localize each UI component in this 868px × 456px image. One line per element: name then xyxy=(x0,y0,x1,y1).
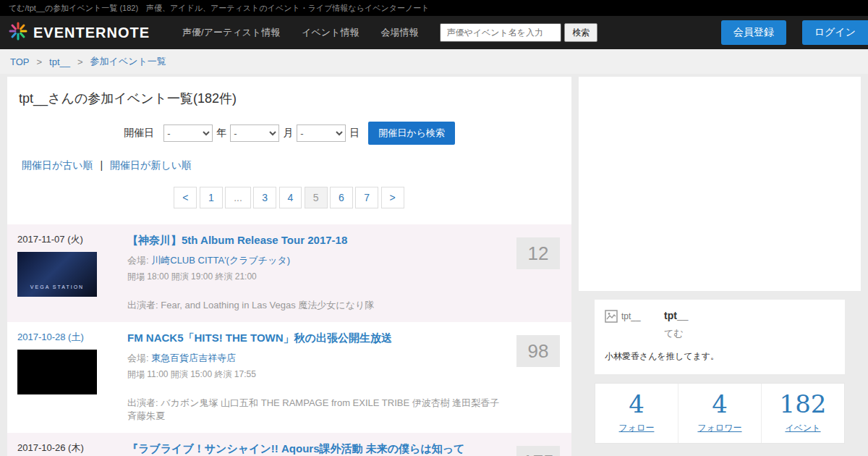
profile-stats: 4 フォロー 4 フォロワー 182 イベント xyxy=(595,383,845,444)
day-suffix: 日 xyxy=(349,127,359,140)
breadcrumb-top[interactable]: TOP xyxy=(10,56,30,67)
event-thumbnail[interactable] xyxy=(17,350,97,394)
date-search-button[interactable]: 開催日から検索 xyxy=(368,122,455,145)
date-filter-form: 開催日 - 年 - 月 - 日 開催日から検索 xyxy=(7,122,571,145)
nav-item-artists[interactable]: 声優/アーティスト情報 xyxy=(182,26,280,39)
year-select[interactable]: - xyxy=(163,124,213,142)
pagination-page-3[interactable]: 3 xyxy=(253,187,276,208)
stat-followers: 4 フォロワー xyxy=(678,384,761,443)
event-date: 2017-10-26 (木) xyxy=(17,442,119,455)
profile-username: tpt__ xyxy=(664,310,688,321)
search-input[interactable] xyxy=(440,23,561,42)
main-nav: 声優/アーティスト情報 イベント情報 会場情報 xyxy=(182,26,418,39)
attendee-count-badge: 98 xyxy=(516,335,560,367)
performers-links[interactable]: バカボン鬼塚 山口五和 THE RAMPAGE from EXILE TRIBE… xyxy=(127,397,499,421)
event-list-panel: tpt__さんの参加イベント一覧(182件) 開催日 - 年 - 月 - 日 開… xyxy=(7,77,571,456)
eventernote-logo-icon xyxy=(9,22,27,43)
logo-text: EVENTERNOTE xyxy=(33,25,150,41)
pagination-page-6[interactable]: 6 xyxy=(330,187,353,208)
login-button[interactable]: ログイン xyxy=(802,20,868,45)
day-select[interactable]: - xyxy=(297,124,346,142)
month-select[interactable]: - xyxy=(230,124,279,142)
event-date[interactable]: 2017-10-28 (土) xyxy=(17,331,119,344)
nav-item-events[interactable]: イベント情報 xyxy=(302,26,359,39)
pagination-prev[interactable]: < xyxy=(174,187,197,208)
event-title-link[interactable]: 『ラブライブ！サンシャイン!! Aqours課外活動 未来の僕らは知って xyxy=(127,442,508,456)
date-filter-label: 開催日 xyxy=(124,127,154,140)
breadcrumb-separator: > xyxy=(37,56,43,67)
sort-oldest-link[interactable]: 開催日が古い順 xyxy=(22,159,93,171)
pagination-page-5-current: 5 xyxy=(305,187,328,208)
breadcrumb-user[interactable]: tpt__ xyxy=(49,56,70,67)
venue-link[interactable]: 東急百貨店吉祥寺店 xyxy=(151,352,236,363)
stat-follow: 4 フォロー xyxy=(595,384,678,443)
stat-events: 182 イベント xyxy=(761,384,844,443)
pagination-ellipsis: ... xyxy=(225,187,251,208)
event-row: 2017-10-28 (土) FM NACK5「HITS! THE TOWN」秋… xyxy=(7,322,571,433)
breadcrumb-separator: > xyxy=(77,56,83,67)
event-times: 開場 18:00 開演 19:00 終演 21:00 xyxy=(127,271,508,283)
thumbnail-caption: VEGA STATION xyxy=(17,284,97,290)
pagination: < 1 ... 3 4 5 6 7 > xyxy=(7,187,571,208)
events-label-link[interactable]: イベント xyxy=(762,422,844,434)
follow-count: 4 xyxy=(595,389,678,419)
event-times: 開場 11:00 開演 15:00 終演 17:55 xyxy=(127,368,508,381)
event-title-link[interactable]: 【神奈川】5th Album Release Tour 2017-18 xyxy=(127,234,508,248)
event-row: 2017-10-26 (木) 『ラブライブ！サンシャイン!! Aqours課外活… xyxy=(7,433,571,456)
pagination-page-4[interactable]: 4 xyxy=(279,187,302,208)
profile-bio: 小林愛香さんを推してます。 xyxy=(605,350,835,363)
attendee-count-badge: 175 xyxy=(516,446,560,456)
page-title-bar: てむ/tpt__の参加イベント一覧 (182) 声優、アイドル、アーティストのイ… xyxy=(0,0,868,16)
sort-separator: | xyxy=(101,159,103,171)
pagination-page-7[interactable]: 7 xyxy=(355,187,378,208)
site-logo[interactable]: EVENTERNOTE xyxy=(9,22,150,43)
event-row: 2017-11-07 (火) VEGA STATION 【神奈川】5th Alb… xyxy=(7,224,571,322)
signup-button[interactable]: 会員登録 xyxy=(721,20,786,45)
nav-item-venues[interactable]: 会場情報 xyxy=(380,26,418,39)
breadcrumb-event-list[interactable]: 参加イベント一覧 xyxy=(90,55,166,68)
followers-label-link[interactable]: フォロワー xyxy=(678,422,761,434)
follow-label-link[interactable]: フォロー xyxy=(595,422,678,434)
site-header: EVENTERNOTE 声優/アーティスト情報 イベント情報 会場情報 検索 会… xyxy=(0,16,868,49)
page-title: tpt__さんの参加イベント一覧(182件) xyxy=(7,77,571,110)
avatar-alt-text: tpt__ xyxy=(621,311,641,321)
month-suffix: 月 xyxy=(283,127,293,140)
performers-label: 出演者: xyxy=(127,300,158,311)
pagination-page-1[interactable]: 1 xyxy=(200,187,223,208)
attendee-count-badge: 12 xyxy=(516,237,560,269)
sidebar: tpt__ tpt__ てむ 小林愛香さんを推してます。 4 フォロー 4 フォ… xyxy=(579,77,861,456)
pagination-next[interactable]: > xyxy=(381,187,404,208)
event-title-link[interactable]: FM NACK5「HITS! THE TOWN」秋の出張公開生放送 xyxy=(127,332,508,345)
ad-placeholder xyxy=(579,77,861,291)
search-button[interactable]: 検索 xyxy=(564,23,597,42)
profile-card: tpt__ tpt__ てむ 小林愛香さんを推してます。 xyxy=(595,300,845,374)
avatar-broken-image: tpt__ xyxy=(605,310,657,323)
sort-links: 開催日が古い順 | 開催日が新しい順 xyxy=(22,159,571,172)
sort-newest-link[interactable]: 開催日が新しい順 xyxy=(110,159,192,171)
venue-link[interactable]: 川崎CLUB CITTA'(クラブチッタ) xyxy=(151,255,290,266)
header-search: 検索 xyxy=(440,23,597,42)
auth-buttons: 会員登録 ログイン xyxy=(721,20,868,45)
breadcrumb: TOP > tpt__ > 参加イベント一覧 xyxy=(0,49,868,74)
performers-links[interactable]: Fear, and Loathing in Las Vegas 魔法少女になり隊 xyxy=(161,300,374,311)
profile-nickname: てむ xyxy=(664,327,688,340)
events-count: 182 xyxy=(762,389,844,419)
venue-label: 会場: xyxy=(127,352,149,363)
venue-label: 会場: xyxy=(127,255,149,266)
performers-label: 出演者: xyxy=(127,397,158,408)
event-thumbnail[interactable]: VEGA STATION xyxy=(17,252,97,297)
event-date: 2017-11-07 (火) xyxy=(17,233,119,246)
year-suffix: 年 xyxy=(216,127,226,140)
followers-count: 4 xyxy=(678,389,761,419)
